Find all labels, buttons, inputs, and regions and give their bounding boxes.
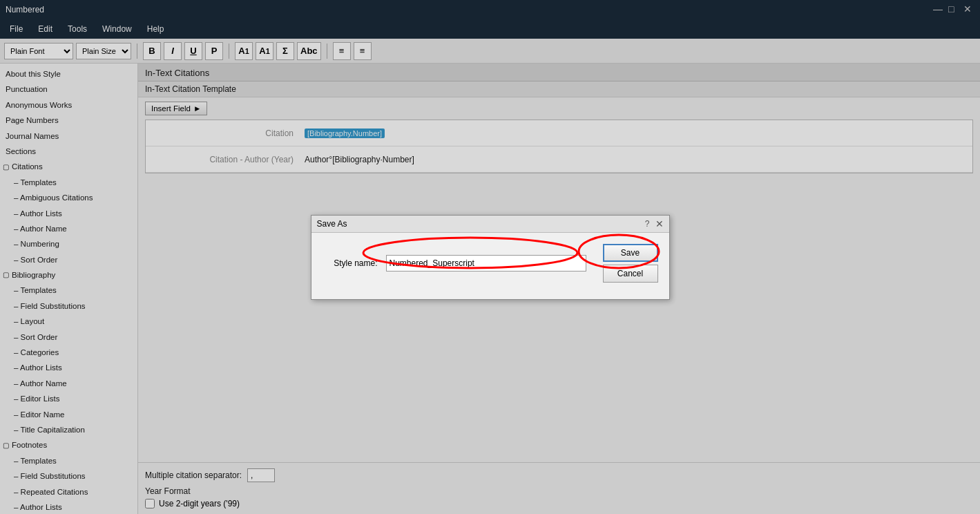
dialog-help-btn[interactable]: ? (645, 219, 650, 229)
save-button[interactable]: Save (603, 244, 658, 262)
dialog-title: Save As (317, 219, 347, 229)
dialog-body: Style name: Save Cancel (311, 233, 669, 299)
dialog-titlebar: Save As ? ✕ (311, 216, 669, 233)
style-name-input[interactable] (386, 255, 586, 272)
dialog-close-btn[interactable]: ✕ (655, 218, 664, 229)
save-as-dialog: Save As ? ✕ Style name: Save Cancel (311, 215, 670, 300)
dialog-titlebar-right: ? ✕ (645, 218, 664, 229)
dialog-field-row: Style name: Save Cancel (323, 244, 658, 283)
dialog-overlay: Save As ? ✕ Style name: Save Cancel (0, 0, 980, 514)
cancel-button[interactable]: Cancel (603, 265, 658, 283)
dialog-buttons: Save Cancel (603, 244, 658, 283)
style-name-label: Style name: (323, 258, 378, 268)
